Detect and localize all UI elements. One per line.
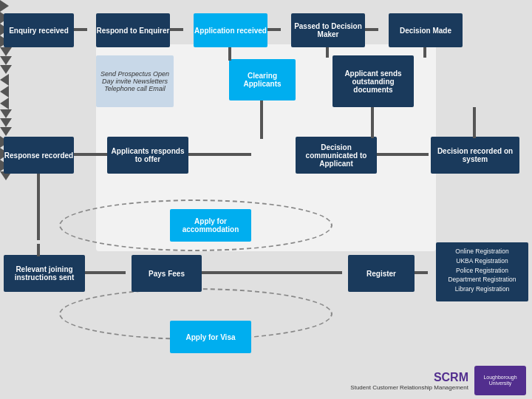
applicants-responds-label: Applicants responds to offer (107, 147, 188, 163)
scrm-title: SCRM (350, 371, 468, 384)
clearing-label: Clearing Applicants (229, 72, 296, 88)
v-line-applicant-sends (326, 47, 329, 58)
decision-communicated-label: Decision communicated to Applicant (296, 143, 377, 168)
decision-made-label: Decision Made (400, 27, 451, 35)
apply-visa-label: Apply for Visa (185, 333, 235, 341)
relevant-joining-box: Relevant joining instructions sent (4, 255, 85, 292)
v-line-decision-recorded (423, 47, 426, 58)
apply-visa-box: Apply for Visa (170, 321, 251, 353)
response-recorded-box: Response recorded (4, 137, 74, 174)
register-box: Register (348, 255, 415, 292)
register-label: Register (366, 270, 396, 278)
lboro-text: LoughboroughUniversity (483, 375, 516, 387)
pays-fees-label: Pays Fees (149, 270, 185, 278)
send-prospectus-label: Send Prospectus Open Day invite Newslett… (96, 70, 174, 92)
arrow-line-fees (202, 271, 342, 274)
application-received-box: Application received (194, 13, 267, 47)
v-line-dec-rec-down (473, 107, 476, 138)
decision-recorded-box: Decision recorded on system (431, 137, 519, 174)
passed-decision-box: Passed to Decision Maker (291, 13, 365, 47)
applicants-responds-box: Applicants responds to offer (107, 137, 188, 174)
flow-diagram: Enquiry received Respond to Enquirer App… (0, 0, 532, 399)
decision-recorded-label: Decision recorded on system (431, 147, 519, 163)
v-line-clearing (228, 47, 231, 61)
apply-accommodation-box: Apply for accommodation (170, 209, 251, 242)
decision-made-box: Decision Made (389, 13, 463, 47)
arrow-line-4 (365, 28, 378, 31)
arrow-1 (0, 0, 532, 12)
arrow-line-2 (170, 28, 183, 31)
applicant-sends-label: Applicant sends outstanding documents (332, 69, 414, 94)
clearing-applicants-box: Clearing Applicants (229, 59, 296, 100)
footer: SCRM Student Customer Relationship Manag… (0, 366, 532, 395)
v-line-joining-up (37, 244, 40, 256)
respond-label: Respond to Enquirer (97, 27, 170, 35)
v-line-app-sends-down (371, 107, 374, 138)
enquiry-received-box: Enquiry received (4, 13, 74, 47)
passed-label: Passed to Decision Maker (291, 22, 365, 38)
arrow-line-3 (267, 28, 281, 31)
scrm-subtitle: Student Customer Relationship Management (350, 384, 468, 391)
arrow-line-left-applicants (188, 153, 251, 156)
enquiry-label: Enquiry received (9, 27, 69, 35)
registrations-box: Online Registration UKBA Registration Po… (436, 242, 528, 301)
arrow-line-left-response (74, 153, 107, 156)
arrow-line-register (415, 271, 428, 274)
v-line-clearing-down (260, 100, 263, 139)
relevant-joining-label: Relevant joining instructions sent (4, 265, 85, 282)
arrow-line-decision-comm (377, 153, 429, 156)
v-line-response-down (37, 174, 40, 240)
applicant-sends-box: Applicant sends outstanding documents (332, 55, 414, 107)
arrow-line-joining (85, 271, 126, 274)
decision-communicated-box: Decision communicated to Applicant (296, 137, 377, 174)
pays-fees-box: Pays Fees (132, 255, 202, 292)
registrations-label: Online Registration UKBA Registration Po… (448, 248, 516, 293)
send-prospectus-box: Send Prospectus Open Day invite Newslett… (96, 55, 174, 107)
scrm-text: SCRM Student Customer Relationship Manag… (350, 371, 468, 391)
lboro-logo: LoughboroughUniversity (474, 366, 526, 395)
apply-accommodation-label: Apply for accommodation (170, 217, 251, 233)
application-label: Application received (194, 27, 267, 35)
response-recorded-label: Response recorded (4, 151, 73, 160)
arrow-line-1 (74, 28, 87, 31)
respond-enquirer-box: Respond to Enquirer (96, 13, 170, 47)
